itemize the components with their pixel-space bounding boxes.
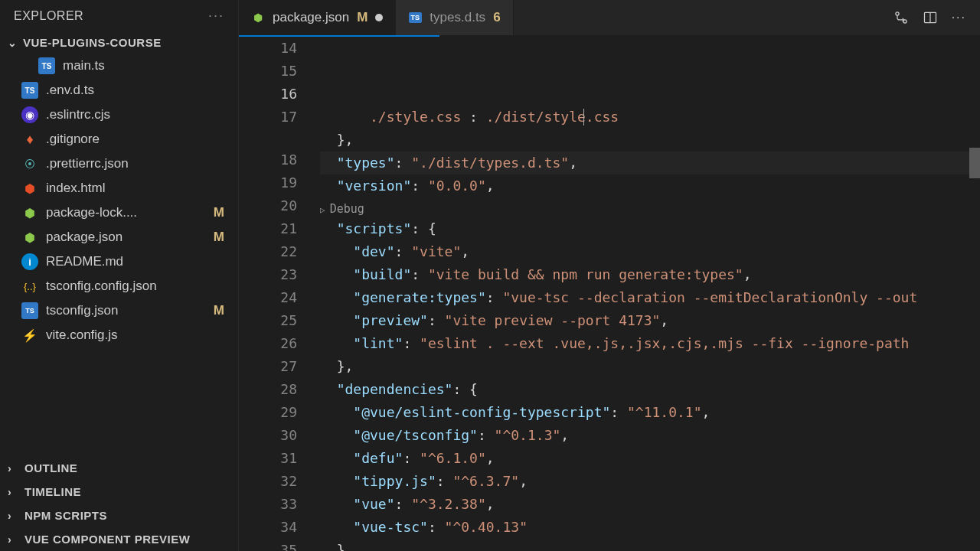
line-number: 27 bbox=[239, 355, 297, 378]
chevron-right-icon: › bbox=[8, 462, 18, 474]
line-number: 30 bbox=[239, 424, 297, 447]
line-number: 28 bbox=[239, 378, 297, 401]
text-cursor bbox=[583, 109, 584, 126]
section-label: VUE COMPONENT PREVIEW bbox=[24, 533, 190, 546]
line-number: 24 bbox=[239, 286, 297, 309]
editor-tab[interactable]: ⬢package.jsonM bbox=[239, 0, 396, 35]
folder-header[interactable]: ⌄ VUE-PLUGINS-COURSE bbox=[0, 31, 238, 54]
file-name: package-lock.... bbox=[46, 205, 206, 220]
code-line[interactable]: "lint": "eslint . --ext .vue,.js,.jsx,.c… bbox=[320, 332, 980, 355]
compare-changes-icon[interactable] bbox=[893, 10, 909, 25]
code-line[interactable]: }, bbox=[320, 539, 980, 551]
svg-point-0 bbox=[896, 12, 899, 15]
code-line[interactable]: }, bbox=[320, 129, 980, 152]
editor-tab[interactable]: TStypes.d.ts6 bbox=[396, 0, 513, 35]
ts-icon: TS bbox=[408, 11, 422, 24]
code-line[interactable]: "@vue/tsconfig": "^0.1.3", bbox=[320, 424, 980, 447]
line-number: 35 bbox=[239, 539, 297, 551]
tab-actions: ··· bbox=[880, 10, 980, 25]
code-editor[interactable]: 1415161718192021222324252627282930313233… bbox=[239, 37, 980, 551]
section-label: TIMELINE bbox=[24, 485, 81, 498]
file-name: .env.d.ts bbox=[46, 83, 230, 98]
code-line[interactable]: }, bbox=[320, 355, 980, 378]
file-name: main.ts bbox=[63, 58, 230, 73]
sidebar-more-icon[interactable]: ··· bbox=[208, 8, 224, 24]
file-item[interactable]: ⚡vite.config.js bbox=[0, 323, 238, 347]
code-line[interactable]: "generate:types": "vue-tsc --declaration… bbox=[320, 286, 980, 309]
code-line[interactable]: "vue-tsc": "^0.40.13" bbox=[320, 516, 980, 539]
file-item[interactable]: ⬢package-lock....M bbox=[0, 201, 238, 225]
sidebar-section[interactable]: ›VUE COMPONENT PREVIEW bbox=[0, 527, 238, 551]
code-line[interactable]: "preview": "vite preview --port 4173", bbox=[320, 309, 980, 332]
file-name: .eslintrc.cjs bbox=[46, 107, 230, 122]
node-icon: ⬢ bbox=[251, 11, 265, 24]
section-label: OUTLINE bbox=[24, 461, 77, 474]
line-number: 34 bbox=[239, 516, 297, 539]
line-number: 14 bbox=[239, 37, 297, 60]
file-item[interactable]: ⬢package.jsonM bbox=[0, 225, 238, 249]
file-name: tsconfig.json bbox=[46, 303, 206, 318]
file-tree: TSmain.tsTS.env.d.ts◉.eslintrc.cjs♦.giti… bbox=[0, 54, 238, 456]
code-line[interactable]: "dev": "vite", bbox=[320, 240, 980, 263]
line-number: 20 bbox=[239, 194, 297, 217]
codelens-label[interactable]: Debug bbox=[330, 202, 364, 216]
line-number: 21 bbox=[239, 217, 297, 240]
line-number: 23 bbox=[239, 263, 297, 286]
split-editor-icon[interactable] bbox=[923, 10, 938, 25]
file-name: index.html bbox=[46, 181, 230, 196]
file-item[interactable]: ⬢index.html bbox=[0, 176, 238, 201]
line-number: 16 bbox=[239, 83, 297, 106]
chevron-right-icon: › bbox=[8, 486, 18, 498]
code-content[interactable]: ./style.css : ./dist/style.css }, "types… bbox=[320, 37, 980, 551]
line-number: 22 bbox=[239, 240, 297, 263]
tab-bar: ⬢package.jsonMTStypes.d.ts6 ··· bbox=[239, 0, 980, 35]
sidebar-section[interactable]: ›NPM SCRIPTS bbox=[0, 504, 238, 527]
code-line[interactable]: "scripts": { bbox=[320, 217, 980, 240]
code-line[interactable]: "version": "0.0.0", bbox=[320, 174, 980, 197]
section-label: NPM SCRIPTS bbox=[24, 509, 107, 522]
modified-badge: M bbox=[214, 230, 230, 245]
line-number: 15 bbox=[239, 60, 297, 83]
code-line[interactable]: ./style.css : ./dist/style.css bbox=[320, 106, 980, 129]
line-number: 32 bbox=[239, 470, 297, 493]
tab-label: package.json bbox=[273, 10, 349, 25]
code-line[interactable]: "dependencies": { bbox=[320, 378, 980, 401]
tab-badge: M bbox=[357, 10, 368, 25]
sidebar-section[interactable]: ›TIMELINE bbox=[0, 480, 238, 504]
code-line[interactable]: "tippy.js": "^6.3.7", bbox=[320, 470, 980, 493]
file-item[interactable]: ⦿.prettierrc.json bbox=[0, 152, 238, 176]
file-name: package.json bbox=[46, 230, 206, 245]
line-number bbox=[239, 129, 297, 148]
tab-badge: 6 bbox=[493, 10, 500, 25]
line-number: 18 bbox=[239, 148, 297, 171]
file-item[interactable]: ♦.gitignore bbox=[0, 127, 238, 152]
unsaved-dot-icon bbox=[375, 14, 383, 21]
code-line[interactable]: "defu": "^6.1.0", bbox=[320, 447, 980, 470]
file-name: .gitignore bbox=[46, 132, 230, 147]
file-item[interactable]: TS.env.d.ts bbox=[0, 78, 238, 103]
minimap-slider[interactable] bbox=[969, 148, 980, 178]
line-number-gutter: 1415161718192021222324252627282930313233… bbox=[239, 37, 320, 551]
editor-area: ⬢package.jsonMTStypes.d.ts6 ··· 14151617… bbox=[239, 0, 980, 551]
file-item[interactable]: ◉.eslintrc.cjs bbox=[0, 103, 238, 127]
file-name: README.md bbox=[46, 254, 230, 269]
sidebar-section[interactable]: ›OUTLINE bbox=[0, 456, 238, 480]
code-line[interactable]: "build": "vite build && npm run generate… bbox=[320, 263, 980, 286]
line-number: 33 bbox=[239, 493, 297, 516]
code-line[interactable]: "@vue/eslint-config-typescript": "^11.0.… bbox=[320, 401, 980, 424]
chevron-right-icon: › bbox=[8, 510, 18, 522]
file-item[interactable]: {..}tsconfig.config.json bbox=[0, 274, 238, 298]
line-number: 29 bbox=[239, 401, 297, 424]
file-item[interactable]: iREADME.md bbox=[0, 249, 238, 274]
file-item[interactable]: TSmain.ts bbox=[0, 54, 238, 78]
file-name: vite.config.js bbox=[46, 328, 230, 343]
chevron-right-icon: › bbox=[8, 533, 18, 546]
sidebar-sections: ›OUTLINE›TIMELINE›NPM SCRIPTS›VUE COMPON… bbox=[0, 456, 238, 551]
more-actions-icon[interactable]: ··· bbox=[952, 11, 966, 24]
code-line[interactable]: ▷Debug bbox=[320, 197, 980, 217]
debug-run-icon[interactable]: ▷ bbox=[320, 205, 325, 215]
code-line[interactable]: "types": "./dist/types.d.ts", bbox=[320, 152, 980, 174]
line-number: 31 bbox=[239, 447, 297, 470]
file-item[interactable]: TStsconfig.jsonM bbox=[0, 298, 238, 323]
code-line[interactable]: "vue": "^3.2.38", bbox=[320, 493, 980, 516]
